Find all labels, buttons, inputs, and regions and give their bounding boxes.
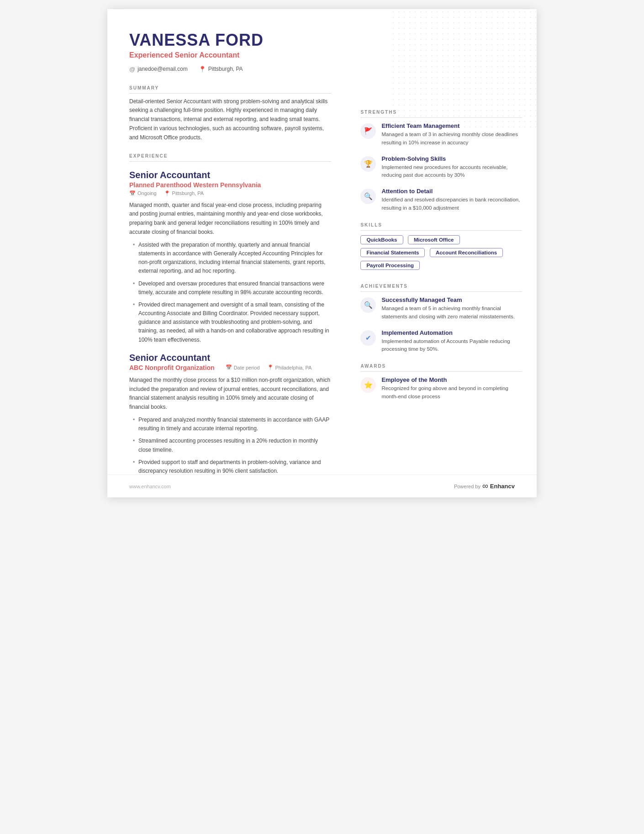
job-2-duration: 📅 Date period: [226, 364, 260, 370]
achievement-item-1: 🔍 Successfully Managed Team Managed a te…: [360, 296, 522, 321]
awards-section: AWARDS ⭐ Employee of the Month Recognize…: [360, 364, 522, 401]
achievements-section-title: ACHIEVEMENTS: [360, 284, 522, 292]
left-column: VANESSA FORD Experienced Senior Accounta…: [107, 9, 348, 497]
achievements-section: ACHIEVEMENTS 🔍 Successfully Managed Team…: [360, 284, 522, 354]
strength-content-2: Problem-Solving Skills Implemented new p…: [381, 155, 522, 180]
star-icon: ⭐: [364, 381, 373, 389]
job-2-desc: Managed the monthly close process for a …: [129, 376, 331, 412]
strengths-section-title: STRENGTHS: [360, 110, 522, 118]
skills-section-title: SKILLS: [360, 222, 522, 231]
skills-section: SKILLS QuickBooks Microsoft Office Finan…: [360, 222, 522, 274]
award-desc-1: Recognized for going above and beyond in…: [381, 385, 522, 401]
job-2: Senior Accountant ABC Nonprofit Organiza…: [129, 353, 331, 475]
awards-section-title: AWARDS: [360, 364, 522, 372]
resume-container: VANESSA FORD Experienced Senior Accounta…: [107, 9, 537, 497]
right-column: STRENGTHS 🚩 Efficient Team Management Ma…: [348, 9, 537, 497]
strength-icon-wrap-1: 🚩: [360, 123, 376, 139]
job-1-desc: Managed month, quarter and fiscal year-e…: [129, 201, 331, 237]
list-item: Assisted with the preparation of monthly…: [133, 241, 331, 276]
strength-item-3: 🔍 Attention to Detail Identified and res…: [360, 188, 522, 212]
job-1-company: Planned Parenthood Western Pennsylvania: [129, 181, 331, 189]
job-2-location: 📍 Philadelphia, PA: [267, 364, 312, 370]
strength-title-1: Efficient Team Management: [381, 122, 522, 129]
award-icon-wrap-1: ⭐: [360, 377, 376, 393]
job-1-meta: 📅 Ongoing 📍 Pittsburgh, PA: [129, 190, 331, 196]
award-item-1: ⭐ Employee of the Month Recognized for g…: [360, 376, 522, 401]
job-2-bullets: Prepared and analyzed monthly financial …: [133, 416, 331, 475]
candidate-title: Experienced Senior Accountant: [129, 51, 331, 59]
strength-desc-1: Managed a team of 3 in achieving monthly…: [381, 131, 522, 147]
list-item: Streamlined accounting processes resulti…: [133, 437, 331, 454]
strength-item-1: 🚩 Efficient Team Management Managed a te…: [360, 122, 522, 147]
trophy-icon: 🏆: [364, 160, 373, 168]
skill-tag-4: Payroll Processing: [360, 261, 420, 270]
location-pin-icon: 📍: [164, 190, 170, 196]
job-1-duration: 📅 Ongoing: [129, 190, 157, 196]
skill-tag-1: Microsoft Office: [408, 235, 460, 244]
strength-content-1: Efficient Team Management Managed a team…: [381, 122, 522, 147]
skill-tag-2: Financial Statements: [360, 248, 425, 257]
strength-title-2: Problem-Solving Skills: [381, 155, 522, 162]
summary-section-title: SUMMARY: [129, 85, 331, 94]
achievement-title-2: Implemented Automation: [381, 329, 522, 336]
list-item: Developed and oversaw procedures that en…: [133, 280, 331, 297]
ach-icon-wrap-1: 🔍: [360, 297, 376, 313]
email-text: janedoe@email.com: [137, 66, 188, 72]
strength-icon-wrap-3: 🔍: [360, 189, 376, 204]
achievement-title-1: Successfully Managed Team: [381, 296, 522, 303]
achievement-desc-1: Managed a team of 5 in achieving monthly…: [381, 305, 522, 321]
strength-icon-wrap-2: 🏆: [360, 156, 376, 172]
job-2-meta: ABC Nonprofit Organization 📅 Date period…: [129, 364, 331, 371]
location-pin-icon-2: 📍: [267, 364, 274, 370]
award-title-1: Employee of the Month: [381, 376, 522, 383]
achievement-content-2: Implemented Automation Implemented autom…: [381, 329, 522, 354]
experience-section-title: EXPERIENCE: [129, 153, 331, 162]
location-icon: 📍: [199, 66, 206, 73]
list-item: Provided direct management and oversight…: [133, 301, 331, 344]
skills-tags: QuickBooks Microsoft Office Financial St…: [360, 235, 522, 274]
award-content-1: Employee of the Month Recognized for goi…: [381, 376, 522, 401]
magnify-icon: 🔍: [364, 301, 373, 309]
job-1-bullets: Assisted with the preparation of monthly…: [133, 241, 331, 344]
contact-email: @ janedoe@email.com: [129, 66, 188, 73]
job-1-location: 📍 Pittsburgh, PA: [164, 190, 204, 196]
strength-desc-2: Implemented new procedures for accounts …: [381, 164, 522, 180]
job-1-title: Senior Accountant: [129, 170, 331, 180]
skill-tag-0: QuickBooks: [360, 235, 403, 244]
strength-content-3: Attention to Detail Identified and resol…: [381, 188, 522, 212]
strength-item-2: 🏆 Problem-Solving Skills Implemented new…: [360, 155, 522, 180]
search-icon: 🔍: [364, 192, 373, 201]
calendar-icon-2: 📅: [226, 364, 232, 370]
contact-row: @ janedoe@email.com 📍 Pittsburgh, PA: [129, 66, 331, 73]
job-2-company: ABC Nonprofit Organization: [129, 364, 215, 371]
ach-icon-wrap-2: ✔: [360, 330, 376, 346]
location-text: Pittsburgh, PA: [208, 66, 243, 72]
contact-location: 📍 Pittsburgh, PA: [199, 66, 243, 73]
job-2-title: Senior Accountant: [129, 353, 331, 363]
strength-desc-3: Identified and resolved discrepancies in…: [381, 196, 522, 212]
job-1: Senior Accountant Planned Parenthood Wes…: [129, 170, 331, 344]
list-item: Prepared and analyzed monthly financial …: [133, 416, 331, 433]
email-icon: @: [129, 66, 135, 73]
checkmark-icon: ✔: [365, 334, 371, 342]
calendar-icon: 📅: [129, 190, 136, 196]
candidate-name: VANESSA FORD: [129, 31, 331, 49]
achievement-content-1: Successfully Managed Team Managed a team…: [381, 296, 522, 321]
summary-text: Detail-oriented Senior Accountant with s…: [129, 97, 331, 143]
skill-tag-3: Account Reconciliations: [430, 248, 503, 257]
achievement-desc-2: Implemented automation of Accounts Payab…: [381, 338, 522, 354]
strength-title-3: Attention to Detail: [381, 188, 522, 195]
flag-icon: 🚩: [364, 127, 373, 135]
list-item: Provided support to staff and department…: [133, 458, 331, 475]
achievement-item-2: ✔ Implemented Automation Implemented aut…: [360, 329, 522, 354]
